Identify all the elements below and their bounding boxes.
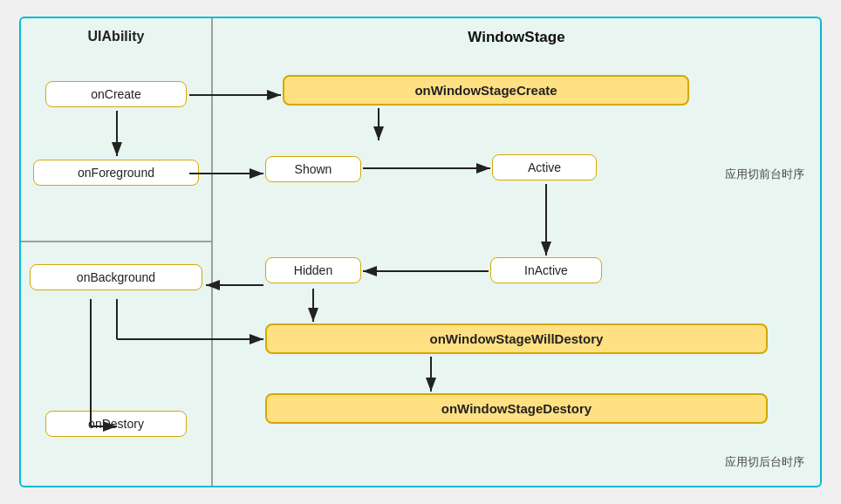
- node-onwindowstagecreate: onWindowStageCreate: [283, 75, 689, 106]
- panel-windowstage: WindowStage onWindowStageCreate Shown Ac…: [213, 18, 820, 486]
- title-windowstage: WindowStage: [213, 18, 820, 53]
- diagram-container: UIAbility onCreate onForeground onBackgr…: [19, 17, 822, 487]
- node-hidden: Hidden: [265, 257, 361, 283]
- node-ondestory: onDestory: [45, 411, 187, 437]
- node-onbackground: onBackground: [30, 264, 202, 290]
- node-onwindowstagewilldestory: onWindowStageWillDestory: [265, 324, 768, 354]
- title-uiability: UIAbility: [21, 18, 211, 51]
- node-onwindowstagedestory: onWindowStageDestory: [265, 393, 768, 424]
- node-oncreate: onCreate: [45, 81, 187, 107]
- node-shown: Shown: [265, 156, 361, 182]
- panel-uiability: UIAbility onCreate onForeground onBackgr…: [21, 18, 213, 486]
- node-onforeground: onForeground: [33, 160, 199, 186]
- node-active: Active: [492, 154, 597, 180]
- label-foreground: 应用切前台时序: [725, 167, 804, 182]
- label-background: 应用切后台时序: [725, 454, 804, 470]
- horizontal-divider: [21, 241, 211, 242]
- node-inactive: InActive: [490, 257, 602, 283]
